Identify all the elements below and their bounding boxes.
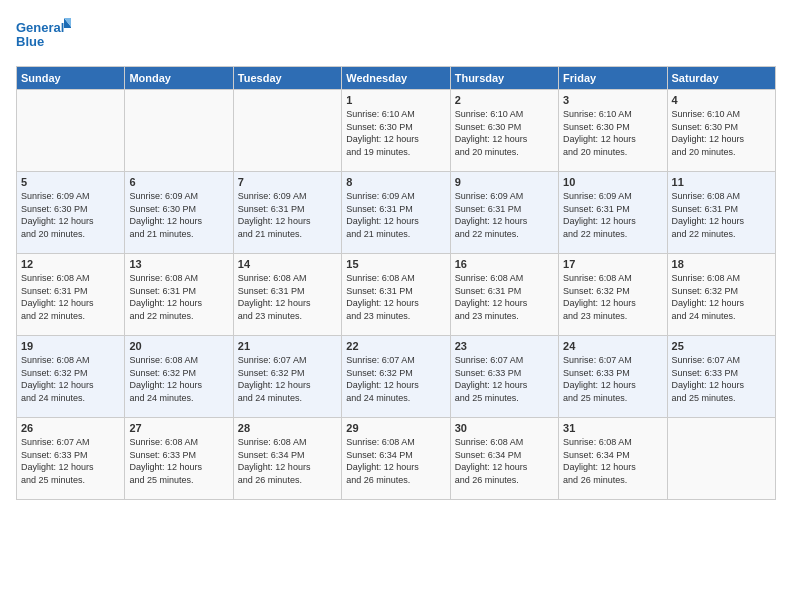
day-info: Sunrise: 6:07 AM Sunset: 6:33 PM Dayligh… [563, 354, 662, 404]
day-info: Sunrise: 6:10 AM Sunset: 6:30 PM Dayligh… [563, 108, 662, 158]
calendar-cell: 2Sunrise: 6:10 AM Sunset: 6:30 PM Daylig… [450, 90, 558, 172]
day-info: Sunrise: 6:08 AM Sunset: 6:31 PM Dayligh… [455, 272, 554, 322]
day-info: Sunrise: 6:07 AM Sunset: 6:33 PM Dayligh… [21, 436, 120, 486]
calendar-cell: 6Sunrise: 6:09 AM Sunset: 6:30 PM Daylig… [125, 172, 233, 254]
day-info: Sunrise: 6:09 AM Sunset: 6:30 PM Dayligh… [129, 190, 228, 240]
calendar-week-row: 12Sunrise: 6:08 AM Sunset: 6:31 PM Dayli… [17, 254, 776, 336]
header-day: Friday [559, 67, 667, 90]
day-number: 4 [672, 94, 771, 106]
calendar-cell: 12Sunrise: 6:08 AM Sunset: 6:31 PM Dayli… [17, 254, 125, 336]
day-number: 20 [129, 340, 228, 352]
calendar-cell [667, 418, 775, 500]
calendar-cell: 19Sunrise: 6:08 AM Sunset: 6:32 PM Dayli… [17, 336, 125, 418]
day-number: 23 [455, 340, 554, 352]
calendar-cell [17, 90, 125, 172]
calendar-cell: 4Sunrise: 6:10 AM Sunset: 6:30 PM Daylig… [667, 90, 775, 172]
calendar-cell: 20Sunrise: 6:08 AM Sunset: 6:32 PM Dayli… [125, 336, 233, 418]
day-info: Sunrise: 6:08 AM Sunset: 6:34 PM Dayligh… [563, 436, 662, 486]
day-info: Sunrise: 6:09 AM Sunset: 6:31 PM Dayligh… [563, 190, 662, 240]
calendar-cell: 23Sunrise: 6:07 AM Sunset: 6:33 PM Dayli… [450, 336, 558, 418]
calendar-cell: 16Sunrise: 6:08 AM Sunset: 6:31 PM Dayli… [450, 254, 558, 336]
calendar-cell [125, 90, 233, 172]
day-number: 30 [455, 422, 554, 434]
day-info: Sunrise: 6:08 AM Sunset: 6:31 PM Dayligh… [672, 190, 771, 240]
day-number: 26 [21, 422, 120, 434]
calendar-cell [233, 90, 341, 172]
day-info: Sunrise: 6:08 AM Sunset: 6:34 PM Dayligh… [238, 436, 337, 486]
calendar-cell: 1Sunrise: 6:10 AM Sunset: 6:30 PM Daylig… [342, 90, 450, 172]
svg-text:Blue: Blue [16, 34, 44, 49]
calendar-cell: 5Sunrise: 6:09 AM Sunset: 6:30 PM Daylig… [17, 172, 125, 254]
day-info: Sunrise: 6:10 AM Sunset: 6:30 PM Dayligh… [672, 108, 771, 158]
day-number: 9 [455, 176, 554, 188]
calendar-cell: 27Sunrise: 6:08 AM Sunset: 6:33 PM Dayli… [125, 418, 233, 500]
calendar-cell: 15Sunrise: 6:08 AM Sunset: 6:31 PM Dayli… [342, 254, 450, 336]
day-number: 10 [563, 176, 662, 188]
calendar-cell: 14Sunrise: 6:08 AM Sunset: 6:31 PM Dayli… [233, 254, 341, 336]
header-day: Tuesday [233, 67, 341, 90]
day-info: Sunrise: 6:07 AM Sunset: 6:33 PM Dayligh… [672, 354, 771, 404]
day-number: 17 [563, 258, 662, 270]
day-info: Sunrise: 6:08 AM Sunset: 6:31 PM Dayligh… [21, 272, 120, 322]
day-number: 27 [129, 422, 228, 434]
day-info: Sunrise: 6:08 AM Sunset: 6:32 PM Dayligh… [129, 354, 228, 404]
calendar-table: SundayMondayTuesdayWednesdayThursdayFrid… [16, 66, 776, 500]
calendar-cell: 11Sunrise: 6:08 AM Sunset: 6:31 PM Dayli… [667, 172, 775, 254]
calendar-cell: 24Sunrise: 6:07 AM Sunset: 6:33 PM Dayli… [559, 336, 667, 418]
header-day: Monday [125, 67, 233, 90]
day-number: 11 [672, 176, 771, 188]
day-number: 1 [346, 94, 445, 106]
header-day: Saturday [667, 67, 775, 90]
day-number: 2 [455, 94, 554, 106]
day-info: Sunrise: 6:08 AM Sunset: 6:31 PM Dayligh… [129, 272, 228, 322]
day-info: Sunrise: 6:08 AM Sunset: 6:32 PM Dayligh… [563, 272, 662, 322]
day-number: 18 [672, 258, 771, 270]
day-number: 13 [129, 258, 228, 270]
day-number: 16 [455, 258, 554, 270]
header-day: Wednesday [342, 67, 450, 90]
day-number: 3 [563, 94, 662, 106]
calendar-cell: 8Sunrise: 6:09 AM Sunset: 6:31 PM Daylig… [342, 172, 450, 254]
day-number: 14 [238, 258, 337, 270]
day-number: 21 [238, 340, 337, 352]
calendar-cell: 17Sunrise: 6:08 AM Sunset: 6:32 PM Dayli… [559, 254, 667, 336]
day-number: 8 [346, 176, 445, 188]
day-info: Sunrise: 6:10 AM Sunset: 6:30 PM Dayligh… [455, 108, 554, 158]
calendar-week-row: 5Sunrise: 6:09 AM Sunset: 6:30 PM Daylig… [17, 172, 776, 254]
calendar-cell: 10Sunrise: 6:09 AM Sunset: 6:31 PM Dayli… [559, 172, 667, 254]
calendar-week-row: 26Sunrise: 6:07 AM Sunset: 6:33 PM Dayli… [17, 418, 776, 500]
calendar-cell: 26Sunrise: 6:07 AM Sunset: 6:33 PM Dayli… [17, 418, 125, 500]
day-info: Sunrise: 6:08 AM Sunset: 6:32 PM Dayligh… [21, 354, 120, 404]
day-info: Sunrise: 6:08 AM Sunset: 6:32 PM Dayligh… [672, 272, 771, 322]
day-number: 6 [129, 176, 228, 188]
day-info: Sunrise: 6:07 AM Sunset: 6:33 PM Dayligh… [455, 354, 554, 404]
day-number: 29 [346, 422, 445, 434]
logo: General Blue [16, 16, 71, 56]
day-info: Sunrise: 6:08 AM Sunset: 6:31 PM Dayligh… [346, 272, 445, 322]
header-row: SundayMondayTuesdayWednesdayThursdayFrid… [17, 67, 776, 90]
day-info: Sunrise: 6:10 AM Sunset: 6:30 PM Dayligh… [346, 108, 445, 158]
day-info: Sunrise: 6:09 AM Sunset: 6:31 PM Dayligh… [346, 190, 445, 240]
calendar-cell: 13Sunrise: 6:08 AM Sunset: 6:31 PM Dayli… [125, 254, 233, 336]
day-number: 22 [346, 340, 445, 352]
calendar-cell: 31Sunrise: 6:08 AM Sunset: 6:34 PM Dayli… [559, 418, 667, 500]
day-info: Sunrise: 6:07 AM Sunset: 6:32 PM Dayligh… [346, 354, 445, 404]
svg-text:General: General [16, 20, 64, 35]
day-info: Sunrise: 6:09 AM Sunset: 6:31 PM Dayligh… [455, 190, 554, 240]
day-info: Sunrise: 6:08 AM Sunset: 6:31 PM Dayligh… [238, 272, 337, 322]
calendar-week-row: 1Sunrise: 6:10 AM Sunset: 6:30 PM Daylig… [17, 90, 776, 172]
calendar-cell: 9Sunrise: 6:09 AM Sunset: 6:31 PM Daylig… [450, 172, 558, 254]
calendar-cell: 18Sunrise: 6:08 AM Sunset: 6:32 PM Dayli… [667, 254, 775, 336]
day-number: 19 [21, 340, 120, 352]
day-number: 7 [238, 176, 337, 188]
day-info: Sunrise: 6:09 AM Sunset: 6:31 PM Dayligh… [238, 190, 337, 240]
day-number: 28 [238, 422, 337, 434]
calendar-header: SundayMondayTuesdayWednesdayThursdayFrid… [17, 67, 776, 90]
day-number: 12 [21, 258, 120, 270]
calendar-body: 1Sunrise: 6:10 AM Sunset: 6:30 PM Daylig… [17, 90, 776, 500]
day-number: 15 [346, 258, 445, 270]
day-number: 31 [563, 422, 662, 434]
day-number: 24 [563, 340, 662, 352]
header-day: Thursday [450, 67, 558, 90]
calendar-cell: 30Sunrise: 6:08 AM Sunset: 6:34 PM Dayli… [450, 418, 558, 500]
